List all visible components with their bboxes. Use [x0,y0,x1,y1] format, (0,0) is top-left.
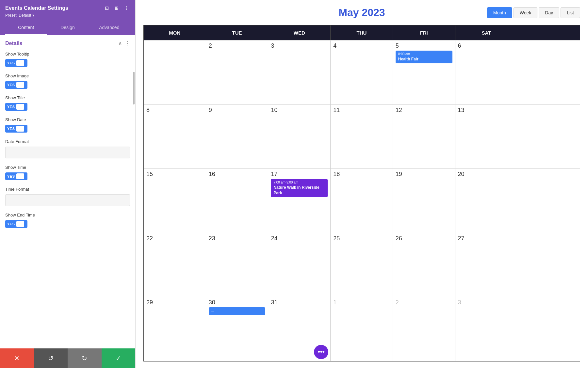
cal-cell-w2-1: 8 [144,105,206,169]
show-image-toggle[interactable]: YES [5,81,27,89]
show-end-time-knob [16,221,24,227]
panel-tabs: Content Design Advanced [5,21,130,35]
reset-button[interactable]: ↺ [34,348,68,368]
calendar-header: May 2023 Month Week Day List [143,7,580,19]
cal-cell-w2-5: 12 [393,105,455,169]
section-header: Details ∧ ⋮ [5,40,130,46]
day-header-mon: MON [144,25,206,40]
day-header-wed: WED [268,25,331,40]
cal-cell-w2-4: 11 [331,105,393,169]
day-num: 19 [396,171,402,177]
show-image-toggle-row: YES [5,81,130,89]
event-stub-text: ... [211,309,214,313]
day-num: 15 [146,171,153,177]
event-stub-30[interactable]: ... [209,307,266,315]
redo-button[interactable]: ↻ [68,348,102,368]
calendar-days-header: MON TUE WED THU FRI SAT [144,25,580,40]
fab-button[interactable]: ••• [314,345,328,359]
panel-title-text: Events Calendar Settings [5,5,68,11]
cal-cell-w5-3: 31 ••• [268,297,331,361]
cal-cell-w3-1: 15 [144,169,206,233]
day-num: 3 [271,42,274,49]
day-header-tue: TUE [206,25,269,40]
show-date-label: Show Date [5,117,130,122]
cal-cell-w3-3: 17 7:00 am-9:00 am Nature Walk in Rivers… [268,169,331,233]
view-month-button[interactable]: Month [487,7,512,18]
cal-cell-w4-4: 25 [331,233,393,297]
show-image-toggle-text: YES [7,83,15,87]
preset-label[interactable]: Preset: Default ▾ [5,12,130,21]
columns-icon[interactable]: ⊞ [113,5,120,12]
show-image-field: Show Image YES [5,73,130,89]
show-title-toggle-row: YES [5,103,130,111]
cal-week-1: 2 3 4 5 8:00 am Health Fair 6 [144,40,580,104]
show-time-toggle[interactable]: YES [5,172,27,180]
panel-content: Details ∧ ⋮ Show Tooltip YES Show Image … [0,35,135,368]
day-num: 20 [458,171,465,177]
show-date-toggle[interactable]: YES [5,125,27,133]
day-num: 4 [333,42,336,49]
show-image-label: Show Image [5,73,130,78]
cal-cell-w3-5: 19 [393,169,455,233]
calendar-grid: MON TUE WED THU FRI SAT 2 3 4 [143,25,580,361]
cancel-button[interactable]: ✕ [0,348,34,368]
day-header-thu: THU [331,25,393,40]
day-num: 11 [333,107,340,113]
day-num: 26 [396,235,402,242]
cal-week-3: 15 16 17 7:00 am-9:00 am Nature Walk in … [144,168,580,233]
view-list-button[interactable]: List [561,7,580,18]
show-time-label: Show Time [5,165,130,170]
tab-advanced[interactable]: Advanced [89,21,130,35]
day-num: 17 [271,171,277,177]
day-header-sat: SAT [455,25,518,40]
cal-week-5: 29 30 ... 31 ••• 1 2 [144,297,580,361]
day-header-fri: FRI [393,25,455,40]
main-area: May 2023 Month Week Day List MON TUE WED… [136,0,588,368]
show-end-time-toggle[interactable]: YES [5,220,27,228]
cal-week-4: 22 23 24 25 26 27 [144,233,580,297]
day-num: 12 [396,107,402,113]
day-num: 8 [146,107,150,113]
day-num: 30 [209,299,215,306]
show-end-time-field: Show End Time YES [5,213,130,228]
show-tooltip-toggle[interactable]: YES [5,59,27,67]
collapse-icon[interactable]: ∧ [118,40,122,46]
settings-panel: Events Calendar Settings ⊡ ⊞ ⋮ Preset: D… [0,0,136,368]
show-title-label: Show Title [5,95,130,100]
cal-week-2: 8 9 10 11 12 13 [144,104,580,169]
event-nature-walk[interactable]: 7:00 am-9:00 am Nature Walk in Riverside… [271,179,328,197]
day-num: 10 [271,107,277,113]
date-format-input[interactable] [5,147,130,158]
view-week-button[interactable]: Week [514,7,538,18]
cal-cell-w1-1 [144,40,206,104]
more-icon[interactable]: ⋮ [123,5,130,12]
day-num: 31 [271,299,277,306]
show-image-knob [16,82,24,88]
day-num: 24 [271,235,277,242]
show-tooltip-toggle-text: YES [7,61,15,65]
crop-icon[interactable]: ⊡ [103,5,110,12]
cal-cell-w1-4: 4 [331,40,393,104]
save-button[interactable]: ✓ [102,348,136,368]
tab-design[interactable]: Design [47,21,88,35]
tab-content[interactable]: Content [5,21,47,35]
section-more-icon[interactable]: ⋮ [125,40,130,46]
event-name: Nature Walk in Riverside Park [273,185,325,196]
day-num: 27 [458,235,465,242]
time-format-input[interactable] [5,194,130,206]
cal-cell-w1-3: 3 [268,40,331,104]
cal-cell-w2-3: 10 [268,105,331,169]
event-health-fair[interactable]: 8:00 am Health Fair [396,51,452,63]
scroll-indicator [133,72,135,104]
panel-title-row: Events Calendar Settings ⊡ ⊞ ⋮ [5,5,130,12]
event-time: 8:00 am [398,52,450,56]
cal-cell-w4-5: 26 [393,233,455,297]
show-title-toggle[interactable]: YES [5,103,27,111]
show-title-toggle-text: YES [7,105,15,109]
event-name: Health Fair [398,56,450,62]
cal-cell-w1-5: 5 8:00 am Health Fair [393,40,455,104]
view-day-button[interactable]: Day [539,7,559,18]
day-num: 23 [209,235,215,242]
cal-cell-w4-3: 24 [268,233,331,297]
event-time: 7:00 am-9:00 am [273,180,325,185]
